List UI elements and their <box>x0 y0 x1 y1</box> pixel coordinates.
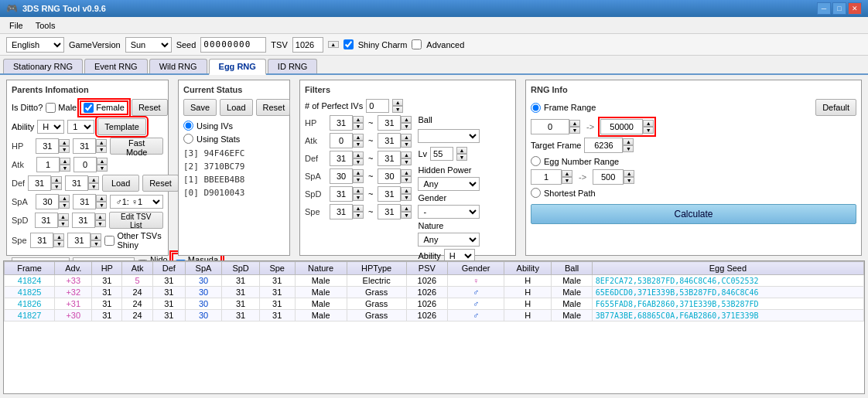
using-stats-label[interactable]: Using Stats <box>183 134 240 144</box>
target-frame-input[interactable] <box>584 138 623 153</box>
gender-select[interactable]: - <box>418 205 480 219</box>
frame-range-radio[interactable] <box>531 103 541 113</box>
ball-select[interactable] <box>418 129 480 143</box>
advanced-checkbox[interactable] <box>412 39 422 49</box>
hp-val2-down[interactable]: ▼ <box>96 146 107 153</box>
spe-val2-up[interactable]: ▲ <box>91 233 101 240</box>
spd-val2[interactable] <box>72 213 95 228</box>
f-hp-max[interactable] <box>378 115 401 131</box>
shortest-path-radio[interactable] <box>531 188 541 198</box>
table-row[interactable]: 41824+3331531303131MaleElectric1026♀HMal… <box>5 275 864 287</box>
results-table-container[interactable]: Frame Adv. HP Atk Def SpA SpD Spe Nature… <box>3 260 865 394</box>
maximize-button[interactable]: □ <box>832 2 846 15</box>
language-select[interactable]: English <box>6 37 64 53</box>
other-tsv-label[interactable]: Other TSVs Shiny <box>104 231 163 250</box>
def-val2[interactable] <box>65 175 88 191</box>
frame-max-input[interactable] <box>600 119 643 134</box>
hp-val1[interactable] <box>36 138 59 154</box>
calculate-button[interactable]: Calculate <box>531 204 856 224</box>
f-spa-min[interactable] <box>330 168 353 184</box>
atk-val1[interactable] <box>36 157 60 172</box>
def-val1-down[interactable]: ▼ <box>51 183 62 190</box>
close-button[interactable]: ✕ <box>848 2 862 15</box>
def-val2-down[interactable]: ▼ <box>88 183 99 190</box>
f-atk-min[interactable] <box>330 133 353 148</box>
tab-id-rng[interactable]: ID RNG <box>268 59 318 73</box>
egg-max-input[interactable] <box>593 169 624 185</box>
hp-val1-down[interactable]: ▼ <box>59 146 70 153</box>
reset-button[interactable]: Reset <box>132 99 168 116</box>
nature-select[interactable]: Any <box>418 233 480 247</box>
spe-val1[interactable] <box>30 233 53 248</box>
spe-val2[interactable] <box>67 233 91 248</box>
perfect-ivs-up[interactable]: ▲ <box>392 99 403 106</box>
menu-tools[interactable]: Tools <box>29 19 62 32</box>
female-checkbox-label[interactable]: Female <box>80 100 128 115</box>
spa-val2[interactable] <box>73 194 96 209</box>
ability-select[interactable]: H <box>37 120 64 134</box>
def-val2-up[interactable]: ▲ <box>88 176 99 183</box>
ability-num-select[interactable]: 1 <box>67 120 94 134</box>
tsv-input[interactable] <box>292 37 323 53</box>
tab-stationary-rng[interactable]: Stationary RNG <box>3 59 83 73</box>
game-version-select[interactable]: Sun <box>125 37 172 53</box>
template-button[interactable]: Template <box>97 118 146 135</box>
spe-val1-down[interactable]: ▼ <box>53 240 64 247</box>
hidden-power-select[interactable]: Any <box>418 177 480 191</box>
spa-val2-down[interactable]: ▼ <box>96 202 107 209</box>
reset-cs-btn[interactable]: Reset <box>256 99 290 116</box>
default-button[interactable]: Default <box>815 99 856 116</box>
table-row[interactable]: 41826+31312431303131MaleGrass1026♂HMaleF… <box>5 298 864 310</box>
table-row[interactable]: 41825+32312431303131MaleGrass1026♂HMale6… <box>5 287 864 298</box>
perfect-ivs-down[interactable]: ▼ <box>392 106 403 113</box>
using-stats-radio[interactable] <box>183 134 193 144</box>
table-row[interactable]: 41827+30312431303131MaleGrass1026♂HMale3… <box>5 310 864 321</box>
other-tsv-checkbox[interactable] <box>104 236 114 246</box>
lv-input[interactable] <box>430 147 453 161</box>
f-def-min[interactable] <box>330 151 353 166</box>
atk-val2-up[interactable]: ▲ <box>97 158 108 165</box>
hp-val2[interactable] <box>73 138 96 154</box>
f-spd-max[interactable] <box>378 186 401 202</box>
spa-val1[interactable] <box>36 194 59 209</box>
save-btn[interactable]: Save <box>183 99 217 116</box>
egg-min-input[interactable] <box>531 169 562 185</box>
atk-val2[interactable] <box>73 157 97 172</box>
spa-val2-up[interactable]: ▲ <box>96 195 107 202</box>
load-cs-btn[interactable]: Load <box>220 99 252 116</box>
spd-val1-up[interactable]: ▲ <box>58 213 69 220</box>
edit-tsv-button[interactable]: Edit TSV List <box>109 212 164 229</box>
using-ivs-radio[interactable] <box>183 121 193 131</box>
lv-up[interactable]: ▲ <box>456 147 467 154</box>
spa-val1-down[interactable]: ▼ <box>59 202 70 209</box>
egg-number-radio[interactable] <box>531 156 541 166</box>
f-spa-max[interactable] <box>378 168 401 184</box>
backup-button[interactable]: Reset <box>142 175 179 192</box>
spa-val1-up[interactable]: ▲ <box>59 195 70 202</box>
f-def-max[interactable] <box>378 151 401 166</box>
male-checkbox[interactable] <box>46 103 56 113</box>
spd-val2-up[interactable]: ▲ <box>95 213 106 220</box>
hp-val2-up[interactable]: ▲ <box>96 139 107 146</box>
atk-val1-up[interactable]: ▲ <box>60 158 70 165</box>
hp-val1-up[interactable]: ▲ <box>59 139 70 146</box>
breeding-select[interactable]: ♂1: ♀1 <box>110 195 163 209</box>
tab-wild-rng[interactable]: Wild RNG <box>149 59 207 73</box>
atk-val2-down[interactable]: ▼ <box>97 165 108 172</box>
menu-file[interactable]: File <box>3 19 29 32</box>
f-hp-min[interactable] <box>330 115 353 131</box>
female-checkbox[interactable] <box>84 103 94 113</box>
frame-range-radio-label[interactable]: Frame Range <box>531 103 596 113</box>
seed-input[interactable] <box>200 37 266 53</box>
tab-egg-rng[interactable]: Egg RNG <box>209 59 266 75</box>
f-spe-max[interactable] <box>378 204 401 219</box>
fast-mode-button[interactable]: Fast Mode <box>110 138 163 155</box>
shortest-path-radio-label[interactable]: Shortest Path <box>531 188 596 198</box>
spe-val1-up[interactable]: ▲ <box>53 233 64 240</box>
spd-val1-down[interactable]: ▼ <box>58 220 69 227</box>
spd-val2-down[interactable]: ▼ <box>95 220 106 227</box>
spd-val1[interactable] <box>35 213 58 228</box>
load-button[interactable]: Load <box>102 175 139 192</box>
tsv-up[interactable]: ▲ <box>328 41 339 48</box>
egg-number-radio-label[interactable]: Egg Number Range <box>531 156 619 166</box>
